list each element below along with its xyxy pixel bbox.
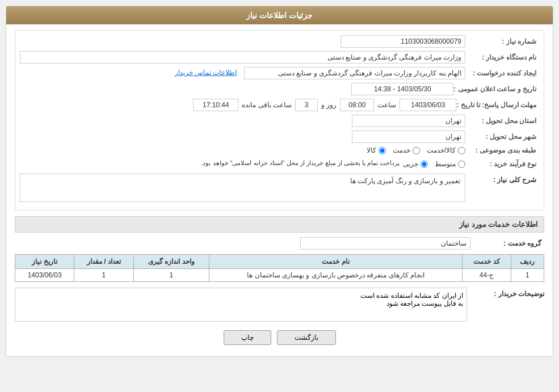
province-label: استان محل تحویل : [465,117,539,125]
buyer-org-value: وزارت میراث فرهنگی گردشگری و صنایع دستی [20,51,465,64]
radio-kala-khedmat[interactable]: کالا/خدمت [427,146,465,154]
response-deadline-label: مهلت ارسال پاسخ: تا تاریخ : [456,101,539,109]
city-value: تهران [352,130,465,143]
back-button[interactable]: بازگشت [277,330,336,345]
need-description-label: شرح کلی نیاز : [465,174,539,184]
col-row: ردیف [511,255,544,269]
category-radio-group: کالا/خدمت خدمت کالا [367,146,465,154]
purchase-note: پرداخت تمام یا بخشی از مبلغ خریدار از مح… [20,158,403,170]
cell-date: 1403/06/03 [15,269,74,282]
radio-kala[interactable]: کالا [367,146,386,154]
creator-value: الهام بنه کاربردار وزارت میراث فرهنگی گر… [244,67,466,79]
purchase-type-radio-group: متوسط جزیی [403,160,465,168]
radio-khedmat[interactable]: خدمت [393,146,420,154]
province-value: تهران [352,115,465,127]
service-group-value: ساختمان [300,237,470,250]
response-time-label: ساعت [377,101,396,109]
col-quantity: تعداد / مقدار [74,255,133,269]
response-time-value: 08:00 [340,99,374,111]
col-date: تاریخ نیاز [15,255,74,269]
buyer-org-label: نام دستگاه خریدار : [465,53,539,61]
table-row: 1ج-44انجام کارهای متفرقه درخصوص بازسازی … [15,269,544,282]
service-group-label: گروه خدمت : [470,239,544,247]
response-days-value: 3 [295,99,318,111]
cell-unit: 1 [133,269,209,282]
cell-code: ج-44 [463,269,511,282]
print-button[interactable]: چاپ [224,330,271,345]
response-day-label: روز و [321,101,337,109]
creator-label: ایجاد کننده درخواست : [465,69,539,77]
remaining-time-value: 17:10:44 [193,99,238,111]
remaining-label: ساعت باقی مانده [242,101,292,109]
announce-datetime-label: تاریخ و ساعت اعلان عمومی : [453,85,539,93]
announce-datetime-value: 1403/05/30 - 14:38 [351,83,453,95]
cell-name: انجام کارهای متفرقه درخصوص بازسازی و بهس… [209,269,463,282]
col-name: نام خدمت [209,255,463,269]
category-label: طبقه بندی موضوعی : [465,146,539,154]
need-number-value: 1103003068000079 [341,35,465,48]
purchase-type-label: نوع فرآیند خرید : [465,160,539,168]
service-info-title: اطلاعات خدمات مورد نیاز [15,216,544,233]
items-table: ردیف کد خدمت نام خدمت واحد اندازه گیری ت… [15,254,544,282]
city-label: شهر محل تحویل : [465,133,539,141]
response-date-value: 1403/06/03 [400,99,456,111]
buyer-desc-textarea[interactable] [15,288,467,322]
col-unit: واحد اندازه گیری [133,255,209,269]
col-code: کد خدمت [463,255,511,269]
cell-row: 1 [511,269,544,282]
need-description-value: تعمیر و بازسازی و رنگ آمیزی پارکت ها [20,174,465,202]
radio-jozei[interactable]: جزیی [403,160,428,168]
buyer-desc-label: توضیحات خریدار : [470,288,544,298]
creator-contact-link[interactable]: اطلاعات تماس خریدار [20,67,241,79]
cell-quantity: 1 [74,269,133,282]
radio-motavaset[interactable]: متوسط [435,160,465,168]
need-number-label: شماره نیاز : [465,37,539,45]
page-header: جزئیات اطلاعات نیاز [6,6,553,24]
